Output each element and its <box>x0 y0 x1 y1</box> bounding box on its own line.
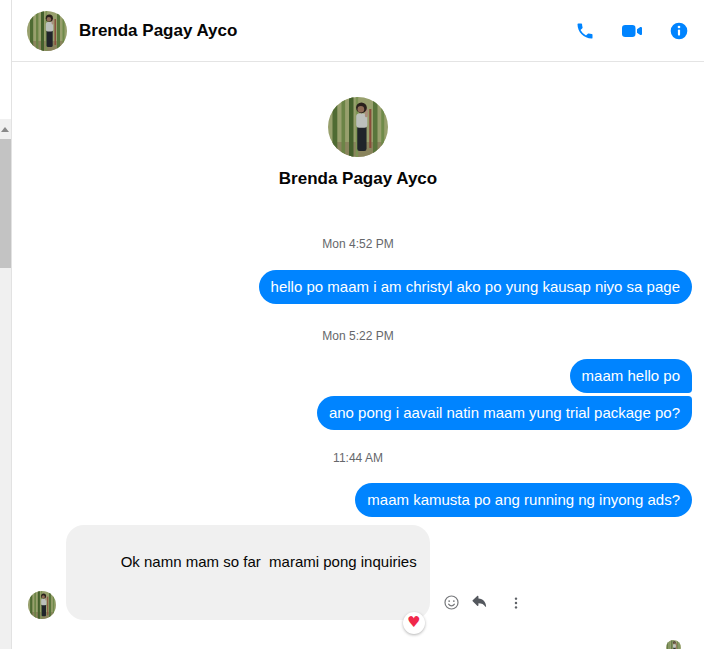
sent-message-bubble[interactable]: maam kamusta po ang running ng inyong ad… <box>355 483 692 517</box>
sent-message-bubble[interactable]: maam hello po <box>570 359 692 393</box>
scrollbar-thumb[interactable] <box>0 139 11 268</box>
timestamp: Mon 4:52 PM <box>12 237 704 252</box>
reply-icon[interactable] <box>471 594 488 611</box>
header-actions <box>575 19 692 43</box>
message-actions <box>443 594 523 611</box>
sent-message-bubble[interactable]: hello po maam i am christyl ako po yung … <box>259 270 692 304</box>
sent-message-bubble[interactable]: ano pong i aavail natin maam yung trial … <box>317 396 692 430</box>
seen-avatar <box>666 640 681 649</box>
video-call-icon[interactable] <box>620 19 644 43</box>
conversation-intro: Brenda Pagay Ayco <box>12 62 704 189</box>
received-message-text: Ok namn mam so far marami pong inquiries <box>121 553 417 570</box>
message-row-sent: ano pong i aavail natin maam yung trial … <box>12 396 704 430</box>
timestamp: 11:44 AM <box>12 451 704 466</box>
message-row-received: Ok namn mam so far marami pong inquiries… <box>12 525 704 620</box>
scroll-up-arrow-icon[interactable] <box>1 127 9 132</box>
info-icon[interactable] <box>669 21 689 41</box>
conversation-area: Brenda Pagay Ayco Mon 4:52 PM hello po m… <box>12 62 704 649</box>
emoji-react-icon[interactable] <box>443 594 460 611</box>
scrollbar[interactable] <box>0 119 11 649</box>
chat-pane: Brenda Pagay Ayco <box>12 0 704 649</box>
messenger-window: Brenda Pagay Ayco <box>0 0 704 649</box>
heart-icon: ♥ <box>407 615 420 630</box>
sender-avatar[interactable] <box>28 591 56 619</box>
chat-header: Brenda Pagay Ayco <box>12 0 704 62</box>
heart-reaction-badge[interactable]: ♥ <box>403 612 425 634</box>
profile-avatar[interactable] <box>328 97 388 157</box>
contact-avatar[interactable] <box>27 11 67 51</box>
timestamp: Mon 5:22 PM <box>12 329 704 344</box>
phone-icon[interactable] <box>575 21 595 41</box>
message-row-sent: maam hello po <box>12 359 704 393</box>
message-row-sent: hello po maam i am christyl ako po yung … <box>12 270 704 304</box>
contact-name: Brenda Pagay Ayco <box>79 21 237 41</box>
profile-name: Brenda Pagay Ayco <box>279 168 437 189</box>
received-message-bubble[interactable]: Ok namn mam so far marami pong inquiries… <box>66 525 430 620</box>
left-pane-edge <box>0 0 12 649</box>
more-options-icon[interactable] <box>509 595 523 611</box>
message-row-sent: maam kamusta po ang running ng inyong ad… <box>12 483 704 517</box>
seen-indicator-row <box>12 640 704 649</box>
